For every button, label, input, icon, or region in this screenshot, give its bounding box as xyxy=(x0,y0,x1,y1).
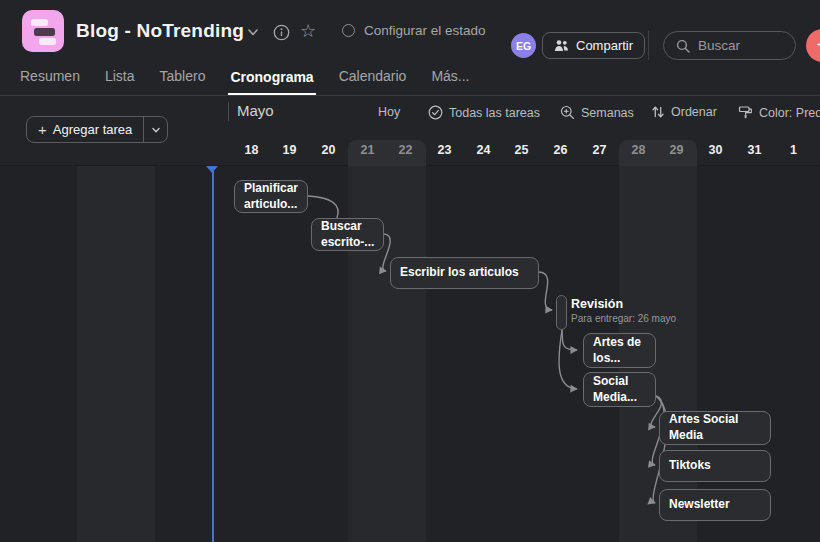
logo-bar xyxy=(34,28,55,36)
search-icon xyxy=(676,39,690,53)
task-bar[interactable]: Escribir los articulos xyxy=(390,257,539,289)
date-cell: 28 xyxy=(619,143,658,157)
share-button[interactable]: Compartir xyxy=(542,32,645,59)
month-label: Mayo xyxy=(237,102,274,119)
timeline-toolbar: + Agregar tarea Mayo Hoy Todas las tarea… xyxy=(0,96,820,138)
timeline-app: Blog - NoTrending ☆ Configurar el estado… xyxy=(0,0,820,542)
project-tabs: Resumen Lista Tablero Cronograma Calenda… xyxy=(0,62,820,96)
info-icon[interactable] xyxy=(272,23,290,41)
add-task-label: Agregar tarea xyxy=(53,122,133,137)
logo-bar xyxy=(31,19,48,26)
date-cell: 23 xyxy=(425,143,464,157)
task-bar[interactable]: Artes de los... xyxy=(583,333,656,368)
today-button[interactable]: Hoy xyxy=(378,105,400,119)
milestone-due-date: Para entregar: 26 mayo xyxy=(571,313,676,324)
page-title: Blog - NoTrending xyxy=(76,20,244,42)
zoom-label: Semanas xyxy=(581,106,634,120)
date-cell: 29 xyxy=(657,143,696,157)
search-placeholder: Buscar xyxy=(698,38,740,53)
filter-label: Todas las tareas xyxy=(449,106,540,120)
tab-tablero[interactable]: Tablero xyxy=(158,68,208,95)
gantt-chart: Planificar articulo... Buscar escrito-..… xyxy=(0,166,820,542)
tab-calendario[interactable]: Calendario xyxy=(337,68,409,95)
check-circle-icon xyxy=(428,105,443,120)
date-cell: 26 xyxy=(541,143,580,157)
task-bar[interactable]: Newsletter xyxy=(659,489,771,521)
chevron-down-icon xyxy=(151,125,161,135)
star-icon[interactable]: ☆ xyxy=(298,21,318,41)
task-bar[interactable]: Tiktoks xyxy=(659,450,771,482)
chevron-down-icon[interactable] xyxy=(245,24,261,40)
search-input[interactable]: Buscar xyxy=(663,31,796,60)
tab-cronograma[interactable]: Cronograma xyxy=(228,69,315,95)
today-label: Hoy xyxy=(378,105,400,119)
task-bar[interactable]: Buscar escrito-... xyxy=(311,218,384,251)
top-bar: Blog - NoTrending ☆ Configurar el estado… xyxy=(0,0,820,62)
filter-tasks-button[interactable]: Todas las tareas xyxy=(428,105,540,120)
milestone-label[interactable]: Revisión xyxy=(571,297,623,311)
tab-mas[interactable]: Más... xyxy=(429,68,471,95)
divider xyxy=(648,31,649,60)
logo-bar xyxy=(39,38,56,45)
color-label: Color: Prede xyxy=(759,106,820,120)
date-cell: 25 xyxy=(502,143,541,157)
set-status-button[interactable]: Configurar el estado xyxy=(342,23,486,38)
zoom-level-button[interactable]: Semanas xyxy=(560,105,634,120)
sort-label: Ordenar xyxy=(671,105,717,119)
date-cell: 31 xyxy=(735,143,774,157)
milestone-bar[interactable] xyxy=(556,295,567,330)
date-cell: 27 xyxy=(580,143,619,157)
task-bar[interactable]: Artes Social Media xyxy=(659,411,771,445)
date-cell: 1 xyxy=(774,143,813,157)
date-cell: 24 xyxy=(464,143,503,157)
date-cell: 21 xyxy=(348,143,387,157)
color-button[interactable]: Color: Prede xyxy=(738,105,820,120)
task-bar[interactable]: Social Media... xyxy=(583,372,656,407)
today-marker-icon xyxy=(206,166,218,173)
tab-resumen[interactable]: Resumen xyxy=(18,68,82,95)
date-cell: 19 xyxy=(270,143,309,157)
sort-icon xyxy=(651,105,665,119)
date-cell: 22 xyxy=(386,143,425,157)
share-label: Compartir xyxy=(576,38,633,53)
month-tick xyxy=(228,102,229,121)
status-circle-icon xyxy=(342,24,355,37)
avatar[interactable]: EG xyxy=(511,33,536,58)
paint-roller-icon xyxy=(738,105,753,120)
status-label: Configurar el estado xyxy=(364,23,486,38)
zoom-icon xyxy=(560,105,575,120)
tab-lista[interactable]: Lista xyxy=(103,68,137,95)
people-icon xyxy=(554,39,569,52)
sort-button[interactable]: Ordenar xyxy=(651,105,717,119)
task-bar[interactable]: Planificar articulo... xyxy=(234,180,308,213)
date-cell: 18 xyxy=(232,143,271,157)
create-button[interactable]: + xyxy=(806,29,820,62)
date-cell: 30 xyxy=(696,143,735,157)
weekend-band xyxy=(77,166,155,542)
project-logo-icon[interactable] xyxy=(22,10,64,52)
date-header: 18 19 20 21 22 23 24 25 26 27 28 29 30 3… xyxy=(0,138,820,166)
plus-icon: + xyxy=(38,121,47,138)
date-cell: 20 xyxy=(309,143,348,157)
today-line xyxy=(212,166,214,542)
